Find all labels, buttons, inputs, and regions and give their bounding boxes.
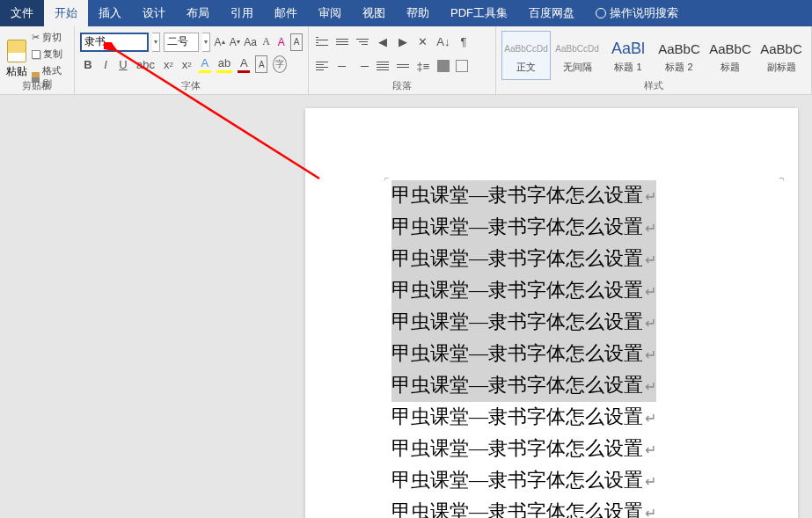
lightbulb-icon xyxy=(596,8,606,18)
tab-layout[interactable]: 布局 xyxy=(176,0,220,26)
subscript-button[interactable]: x2 xyxy=(162,55,175,73)
line-spacing-button[interactable]: ‡≡ xyxy=(415,57,431,75)
style-preview: AaBl xyxy=(611,38,645,61)
ribbon: 粘贴 ✂ 剪切 复制 格式刷 剪贴板 ▾ xyxy=(0,26,812,95)
highlight-button[interactable]: ab xyxy=(216,55,232,73)
group-paragraph: ◀ ▶ ✕ A↓ ¶ ‡≡ 段落 xyxy=(309,26,496,94)
doc-line[interactable]: 甲虫课堂—隶书字体怎么设置↵ xyxy=(391,275,656,307)
asian-layout-button[interactable]: ✕ xyxy=(415,33,431,50)
underline-button[interactable]: U xyxy=(117,55,129,73)
doc-line[interactable]: 甲虫课堂—隶书字体怎么设置↵ xyxy=(391,307,656,339)
return-mark-icon: ↵ xyxy=(645,284,656,299)
style-heading2[interactable]: AaBbC 标题 2 xyxy=(655,31,704,80)
cut-button[interactable]: ✂ 剪切 xyxy=(30,30,69,45)
styles-gallery: AaBbCcDd 正文 AaBbCcDd 无间隔 AaBl 标题 1 AaBbC… xyxy=(501,28,806,81)
align-right-button[interactable] xyxy=(355,57,370,75)
borders-button[interactable] xyxy=(456,60,468,72)
char-shading-button[interactable]: A xyxy=(255,55,267,73)
paste-button[interactable]: 粘贴 xyxy=(5,28,28,81)
tab-mailings[interactable]: 邮件 xyxy=(264,0,308,26)
italic-button[interactable]: I xyxy=(99,55,112,73)
clipboard-group-label: 剪贴板 xyxy=(0,79,74,92)
copy-button[interactable]: 复制 xyxy=(30,47,69,62)
style-preview: AaBbC xyxy=(709,38,751,61)
return-mark-icon: ↵ xyxy=(645,252,656,267)
doc-line[interactable]: 甲虫课堂—隶书字体怎么设置↵ xyxy=(391,370,656,402)
doc-line[interactable]: 甲虫课堂—隶书字体怎么设置↵ xyxy=(391,500,656,518)
multilevel-button[interactable] xyxy=(355,33,370,50)
distributed-button[interactable] xyxy=(395,57,411,75)
tab-pdf[interactable]: PDF工具集 xyxy=(440,0,518,26)
tab-help[interactable]: 帮助 xyxy=(396,0,440,26)
char-border-button[interactable]: A xyxy=(290,33,303,51)
font-group-label: 字体 xyxy=(75,79,308,92)
tab-insert[interactable]: 插入 xyxy=(88,0,132,26)
return-mark-icon: ↵ xyxy=(645,442,656,457)
style-title[interactable]: AaBbC 标题 xyxy=(706,31,755,80)
return-mark-icon: ↵ xyxy=(645,411,656,426)
scissors-icon: ✂ xyxy=(32,32,40,43)
tab-view[interactable]: 视图 xyxy=(352,0,396,26)
doc-line[interactable]: 甲虫课堂—隶书字体怎么设置↵ xyxy=(391,469,656,491)
phonetic-button[interactable]: A xyxy=(260,33,272,51)
document-area[interactable]: ⌐ ¬ 甲虫课堂—隶书字体怎么设置↵甲虫课堂—隶书字体怎么设置↵甲虫课堂—隶书字… xyxy=(0,95,812,518)
change-case-button[interactable]: Aa xyxy=(244,33,257,51)
doc-line[interactable]: 甲虫课堂—隶书字体怎么设置↵ xyxy=(391,405,656,427)
group-styles: AaBbCcDd 正文 AaBbCcDd 无间隔 AaBl 标题 1 AaBbC… xyxy=(496,26,812,94)
show-marks-button[interactable]: ¶ xyxy=(456,33,472,50)
align-left-button[interactable] xyxy=(314,57,330,75)
paragraph-group-label: 段落 xyxy=(309,79,495,92)
text-effects-button[interactable]: A xyxy=(199,55,211,73)
doc-line[interactable]: 甲虫课堂—隶书字体怎么设置↵ xyxy=(391,212,656,244)
numbering-button[interactable] xyxy=(334,33,350,50)
tab-home[interactable]: 开始 xyxy=(44,0,88,26)
tellme-label: 操作说明搜索 xyxy=(610,5,678,21)
decrease-indent-button[interactable]: ◀ xyxy=(375,33,391,50)
doc-line[interactable]: 甲虫课堂—隶书字体怎么设置↵ xyxy=(391,437,656,459)
font-color-button[interactable]: A xyxy=(238,55,250,73)
ribbon-tabs: 文件 开始 插入 设计 布局 引用 邮件 审阅 视图 帮助 PDF工具集 百度网… xyxy=(0,0,812,26)
tab-references[interactable]: 引用 xyxy=(220,0,264,26)
font-size-dropdown[interactable]: ▾ xyxy=(202,33,210,52)
style-nospace[interactable]: AaBbCcDd 无间隔 xyxy=(552,31,602,80)
cut-label: 剪切 xyxy=(42,31,62,44)
increase-indent-button[interactable]: ▶ xyxy=(395,33,411,50)
style-preview: AaBbC xyxy=(760,38,802,61)
justify-button[interactable] xyxy=(375,57,391,75)
font-name-dropdown[interactable]: ▾ xyxy=(152,33,160,52)
style-preview: AaBbC xyxy=(658,38,700,61)
tab-review[interactable]: 审阅 xyxy=(308,0,352,26)
shrink-font-button[interactable]: A▾ xyxy=(229,33,240,51)
style-name: 标题 1 xyxy=(614,61,641,74)
bold-button[interactable]: B xyxy=(82,55,94,73)
grow-font-button[interactable]: A▴ xyxy=(214,33,225,51)
page: ⌐ ¬ 甲虫课堂—隶书字体怎么设置↵甲虫课堂—隶书字体怎么设置↵甲虫课堂—隶书字… xyxy=(305,108,798,518)
style-normal[interactable]: AaBbCcDd 正文 xyxy=(501,31,551,80)
style-preview: AaBbCcDd xyxy=(504,38,547,61)
superscript-button[interactable]: x2 xyxy=(180,55,194,73)
sort-button[interactable]: A↓ xyxy=(435,33,451,50)
shading-button[interactable] xyxy=(435,57,451,75)
font-name-input[interactable] xyxy=(80,33,149,52)
style-heading1[interactable]: AaBl 标题 1 xyxy=(604,31,653,80)
document-content[interactable]: 甲虫课堂—隶书字体怎么设置↵甲虫课堂—隶书字体怎么设置↵甲虫课堂—隶书字体怎么设… xyxy=(391,180,780,518)
align-center-button[interactable] xyxy=(334,57,350,75)
style-name: 无间隔 xyxy=(563,61,592,74)
style-name: 标题 xyxy=(721,61,740,74)
tab-baidu[interactable]: 百度网盘 xyxy=(518,0,585,26)
doc-line[interactable]: 甲虫课堂—隶书字体怎么设置↵ xyxy=(391,339,656,370)
enclose-char-button[interactable]: 字 xyxy=(273,55,287,73)
paste-icon xyxy=(7,40,26,62)
style-subtitle[interactable]: AaBbC 副标题 xyxy=(757,31,806,80)
tab-design[interactable]: 设计 xyxy=(132,0,176,26)
tab-tellme[interactable]: 操作说明搜索 xyxy=(585,0,689,26)
clear-format-button[interactable]: A xyxy=(275,33,287,51)
font-size-input[interactable] xyxy=(164,33,199,52)
doc-line[interactable]: 甲虫课堂—隶书字体怎么设置↵ xyxy=(391,180,656,212)
strikethrough-button[interactable]: abc xyxy=(135,55,157,73)
tab-file[interactable]: 文件 xyxy=(0,0,44,26)
doc-line[interactable]: 甲虫课堂—隶书字体怎么设置↵ xyxy=(391,244,656,275)
group-clipboard: 粘贴 ✂ 剪切 复制 格式刷 剪贴板 xyxy=(0,26,75,94)
bullets-button[interactable] xyxy=(314,33,330,50)
style-name: 副标题 xyxy=(767,61,796,74)
